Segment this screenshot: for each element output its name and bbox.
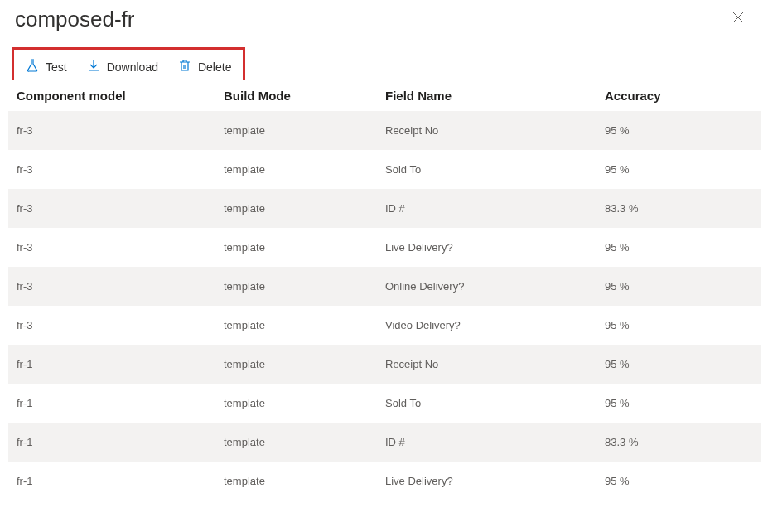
col-header-accuracy[interactable]: Accuracy [605,89,753,103]
cell-field-name: Sold To [385,397,605,409]
cell-component-model: fr-1 [17,358,224,370]
col-header-build-mode[interactable]: Build Mode [224,89,385,103]
cell-accuracy: 95 % [605,124,753,137]
cell-field-name: ID # [385,202,605,215]
cell-accuracy: 95 % [605,475,753,487]
col-header-field-name[interactable]: Field Name [385,89,605,103]
table-row[interactable]: fr-3templateID #83.3 % [8,189,761,228]
cell-build-mode: template [224,163,385,176]
table-row[interactable]: fr-1templateLive Delivery?95 % [8,462,761,501]
cell-field-name: Online Delivery? [385,280,605,293]
cell-build-mode: template [224,358,385,370]
cell-component-model: fr-3 [17,124,224,137]
close-button[interactable] [728,7,748,31]
table-scroll-area[interactable]: Component model Build Mode Field Name Ac… [8,80,761,524]
component-table: Component model Build Mode Field Name Ac… [8,80,761,501]
toolbar: Test Download Delete [26,59,231,75]
cell-component-model: fr-3 [17,280,224,293]
cell-accuracy: 95 % [605,241,753,254]
cell-field-name: Live Delivery? [385,475,605,487]
col-header-component-model[interactable]: Component model [17,89,224,103]
close-icon [732,11,745,27]
table-row[interactable]: fr-1templateReceipt No95 % [8,345,761,384]
cell-build-mode: template [224,397,385,409]
test-button[interactable]: Test [26,59,67,75]
cell-accuracy: 95 % [605,280,753,293]
table-row[interactable]: fr-3templateOnline Delivery?95 % [8,267,761,306]
table-row[interactable]: fr-3templateReceipt No95 % [8,111,761,150]
cell-build-mode: template [224,280,385,293]
cell-accuracy: 95 % [605,163,753,176]
cell-accuracy: 83.3 % [605,436,753,448]
cell-accuracy: 95 % [605,319,753,331]
cell-accuracy: 83.3 % [605,202,753,215]
flask-icon [26,59,39,75]
cell-field-name: Receipt No [385,358,605,370]
cell-component-model: fr-3 [17,319,224,331]
table-row[interactable]: fr-1templateSold To95 % [8,384,761,423]
table-body: fr-3templateReceipt No95 %fr-3templateSo… [8,111,761,501]
cell-accuracy: 95 % [605,397,753,409]
cell-component-model: fr-1 [17,397,224,409]
cell-build-mode: template [224,475,385,487]
panel-header: composed-fr [0,0,763,32]
cell-build-mode: template [224,241,385,254]
table-row[interactable]: fr-3templateVideo Delivery?95 % [8,306,761,345]
cell-accuracy: 95 % [605,358,753,370]
trash-icon [178,59,191,75]
delete-label: Delete [198,60,231,74]
cell-component-model: fr-1 [17,475,224,487]
download-button[interactable]: Download [87,59,158,75]
cell-build-mode: template [224,436,385,448]
cell-field-name: Receipt No [385,124,605,137]
cell-component-model: fr-1 [17,436,224,448]
cell-field-name: Live Delivery? [385,241,605,254]
panel-title: composed-fr [15,7,135,32]
test-label: Test [46,60,67,74]
table-row[interactable]: fr-1templateID #83.3 % [8,423,761,462]
cell-build-mode: template [224,202,385,215]
download-icon [87,59,100,75]
cell-build-mode: template [224,124,385,137]
cell-component-model: fr-3 [17,241,224,254]
cell-field-name: Video Delivery? [385,319,605,331]
cell-component-model: fr-3 [17,163,224,176]
table-header-row: Component model Build Mode Field Name Ac… [8,80,761,111]
cell-build-mode: template [224,319,385,331]
cell-field-name: ID # [385,436,605,448]
cell-component-model: fr-3 [17,202,224,215]
delete-button[interactable]: Delete [178,59,231,75]
cell-field-name: Sold To [385,163,605,176]
download-label: Download [107,60,158,74]
table-row[interactable]: fr-3templateLive Delivery?95 % [8,228,761,267]
table-row[interactable]: fr-3templateSold To95 % [8,150,761,189]
